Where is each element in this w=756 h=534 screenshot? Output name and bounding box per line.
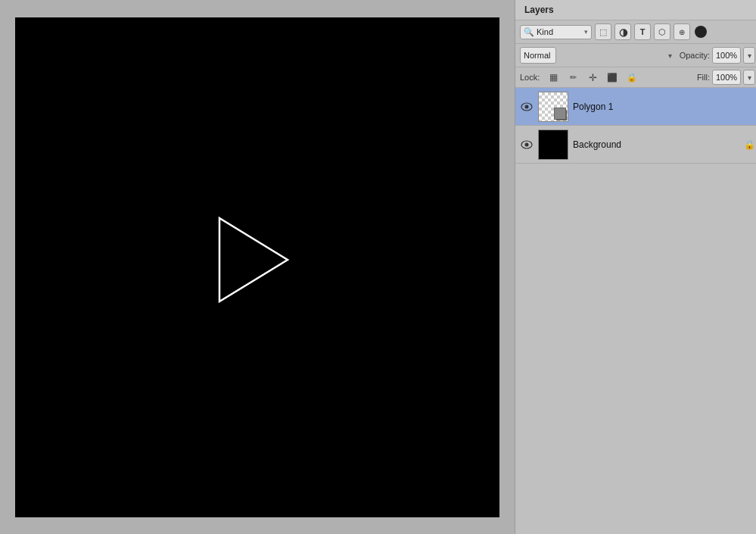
canvas-area <box>0 0 515 534</box>
blend-mode-select[interactable]: Normal Multiply Screen Overlay <box>520 47 556 64</box>
layer-thumbnail-background <box>538 130 568 160</box>
fill-label: Fill: <box>697 73 710 82</box>
lock-pixels-icon: ▦ <box>549 72 558 83</box>
visibility-toggle-background[interactable] <box>520 138 534 151</box>
opacity-label: Opacity: <box>680 51 710 60</box>
filter-smart-button[interactable]: ⊕ <box>674 23 690 40</box>
layers-filter-toolbar: 🔍 Kind ▾ ⬚ ◑ T ⬡ ⊕ <box>515 20 756 44</box>
filter-color-dot <box>695 26 707 38</box>
lock-artboard-icon: ⬛ <box>607 73 618 83</box>
canvas <box>15 17 499 517</box>
kind-filter-dropdown[interactable]: 🔍 Kind ▾ <box>520 25 592 39</box>
eye-icon <box>521 140 533 149</box>
polygon-shape <box>212 214 303 313</box>
fill-stepper[interactable]: ▾ <box>743 70 755 85</box>
blend-opacity-row: Normal Multiply Screen Overlay Opacity: … <box>515 44 756 67</box>
lock-all-button[interactable]: 🔒 <box>624 70 639 85</box>
filter-image-icon: ⬚ <box>599 27 607 37</box>
fill-group: Fill: ▾ <box>697 70 755 85</box>
save-badge <box>556 110 567 120</box>
filter-adjustment-icon: ◑ <box>619 27 627 38</box>
layer-lock-icon-background: 🔒 <box>744 139 755 150</box>
search-icon: 🔍 <box>524 27 534 37</box>
lock-fill-row: Lock: ▦ ✏ ✛ ⬛ 🔒 Fill: ▾ <box>515 67 756 88</box>
fill-input[interactable] <box>712 70 741 85</box>
lock-move-button[interactable]: ✛ <box>585 70 600 85</box>
layers-title: Layers <box>524 5 554 15</box>
layers-panel: Layers 🔍 Kind ▾ ⬚ ◑ T ⬡ ⊕ <box>515 0 756 534</box>
visibility-toggle-polygon1[interactable] <box>520 100 534 114</box>
filter-smart-icon: ⊕ <box>679 28 685 36</box>
filter-type-button[interactable]: T <box>634 23 651 40</box>
lock-artboard-button[interactable]: ⬛ <box>605 70 620 85</box>
kind-select[interactable]: Kind <box>537 27 582 36</box>
filter-image-button[interactable]: ⬚ <box>595 23 611 40</box>
svg-marker-0 <box>219 218 288 301</box>
layer-name-background: Background <box>573 139 739 150</box>
opacity-input[interactable] <box>712 47 741 64</box>
lock-move-icon: ✛ <box>589 72 597 83</box>
filter-adjustment-button[interactable]: ◑ <box>614 23 631 40</box>
opacity-stepper[interactable]: ▾ <box>743 47 755 64</box>
layer-thumbnail-polygon1 <box>538 92 568 122</box>
lock-paint-icon: ✏ <box>570 73 577 83</box>
lock-all-icon: 🔒 <box>627 73 637 83</box>
filter-shape-icon: ⬡ <box>658 27 666 37</box>
opacity-group: Opacity: ▾ <box>680 47 755 64</box>
lock-paint-button[interactable]: ✏ <box>565 70 580 85</box>
layer-item-polygon1[interactable]: Polygon 1 <box>515 88 756 126</box>
lock-pixels-button[interactable]: ▦ <box>546 70 561 85</box>
blend-mode-wrapper: Normal Multiply Screen Overlay <box>520 47 675 64</box>
layer-item-background[interactable]: Background 🔒 <box>515 126 756 164</box>
layers-list: Polygon 1 Background 🔒 <box>515 88 756 534</box>
svg-point-2 <box>525 105 529 108</box>
layer-name-polygon1: Polygon 1 <box>573 101 755 112</box>
svg-point-4 <box>525 142 529 146</box>
chevron-down-icon: ▾ <box>584 28 588 36</box>
eye-icon <box>521 102 533 111</box>
layers-panel-header: Layers <box>515 0 756 20</box>
filter-shape-button[interactable]: ⬡ <box>654 23 670 40</box>
filter-type-icon: T <box>640 27 646 36</box>
lock-label: Lock: <box>520 73 540 82</box>
